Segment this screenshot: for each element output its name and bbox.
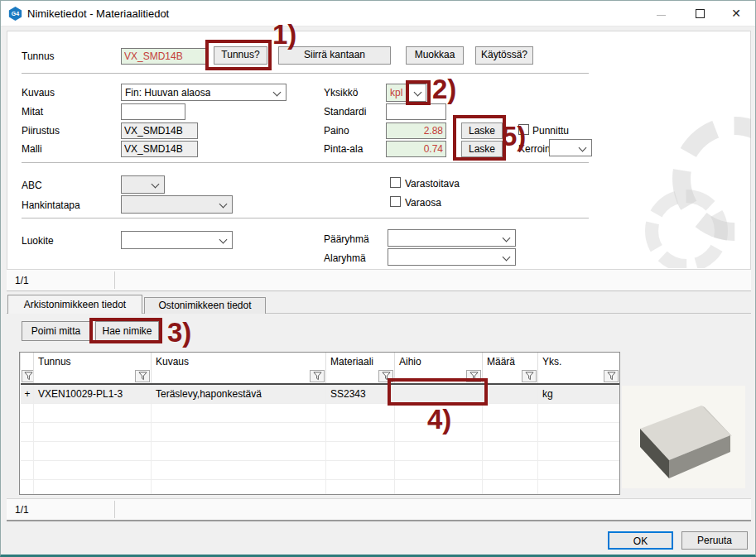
row-tunnus-cell[interactable]: VXEN10029-PL1-3 xyxy=(34,384,152,403)
table-pager: 1/1 xyxy=(15,504,29,516)
material-table: Tunnus Kuvaus Materiaali Aihio Määrä Yks… xyxy=(19,352,620,495)
pinta-ala-label: Pinta-ala xyxy=(324,143,363,155)
annotation-label-3: 3) xyxy=(167,317,191,348)
siirra-kantaan-button[interactable]: Siirrä kantaan xyxy=(278,46,391,65)
row-maara-cell[interactable] xyxy=(483,384,538,403)
tab-arkistonimikkeen-tiedot[interactable]: Arkistonimikkeen tiedot xyxy=(7,295,142,314)
column-header-materiaali[interactable]: Materiaali xyxy=(326,353,395,370)
close-icon: ✕ xyxy=(731,7,741,20)
row-aihio-cell[interactable] xyxy=(395,384,483,403)
varaosa-label: Varaosa xyxy=(405,197,441,209)
muokkaa-button[interactable]: Muokkaa xyxy=(406,46,464,65)
filter-icon[interactable] xyxy=(310,370,325,382)
tab-ostonimikkeen-tiedot[interactable]: Ostonimikkeen tiedot xyxy=(144,297,266,314)
punnittu-label: Punnittu xyxy=(532,125,569,137)
kuvaus-select[interactable]: Fin: Huuvan alaosa xyxy=(121,84,287,101)
column-header-aihio[interactable]: Aihio xyxy=(395,353,483,370)
poimi-mitta-button[interactable]: Poimi mitta xyxy=(22,321,90,341)
table-empty-row xyxy=(21,460,620,479)
kuvaus-label: Kuvaus xyxy=(22,87,55,98)
table-empty-row xyxy=(21,441,620,460)
column-header-plus xyxy=(21,353,34,370)
metal-block-image xyxy=(622,386,745,488)
g4-app-icon: G4 xyxy=(8,7,22,21)
separator-line xyxy=(22,162,589,163)
alaryhma-select[interactable] xyxy=(388,248,516,266)
paino-input[interactable] xyxy=(386,122,446,139)
yksikko-label: Yksikkö xyxy=(324,87,358,98)
column-header-maara[interactable]: Määrä xyxy=(483,353,538,370)
chevron-down-icon xyxy=(503,253,511,262)
filter-icon[interactable] xyxy=(466,370,481,382)
row-kuvaus-cell[interactable]: Teräslevy,haponkestävä xyxy=(152,384,326,403)
chevron-down-icon xyxy=(414,89,422,97)
table-header-row: Tunnus Kuvaus Materiaali Aihio Määrä Yks… xyxy=(21,353,620,370)
piirustus-input[interactable] xyxy=(121,122,198,139)
table-empty-row xyxy=(21,479,620,495)
paaryhma-select[interactable] xyxy=(388,229,516,247)
hankintatapa-label: Hankintatapa xyxy=(22,199,80,211)
yksikko-selected-value: kpl xyxy=(390,87,402,98)
column-header-tunnus[interactable]: Tunnus xyxy=(34,353,152,370)
laske-paino-button[interactable]: Laske xyxy=(461,122,503,139)
paino-label: Paino xyxy=(324,125,349,137)
luokite-label: Luokite xyxy=(22,235,54,247)
chevron-down-icon xyxy=(503,234,511,242)
abc-label: ABC xyxy=(22,180,42,191)
status-divider xyxy=(114,501,115,518)
maximize-button[interactable] xyxy=(681,1,718,26)
malli-input[interactable] xyxy=(121,141,198,157)
separator-line xyxy=(22,73,589,74)
hae-nimike-button[interactable]: Hae nimike xyxy=(95,321,159,341)
kaytossa-button[interactable]: Käytössä? xyxy=(475,46,533,65)
material-form-panel xyxy=(7,31,751,269)
filter-icon[interactable] xyxy=(522,370,537,382)
close-button[interactable]: ✕ xyxy=(718,1,754,26)
filter-icon[interactable] xyxy=(135,370,150,382)
punnittu-checkbox[interactable] xyxy=(518,124,529,135)
chevron-down-icon xyxy=(219,200,228,209)
filter-icon[interactable] xyxy=(378,370,393,382)
row-materiaali-cell[interactable]: SS2343 xyxy=(326,384,395,403)
filter-icon[interactable] xyxy=(604,370,619,382)
varaosa-checkbox[interactable] xyxy=(390,196,401,207)
malli-label: Malli xyxy=(22,143,42,155)
peruuta-button[interactable]: Peruuta xyxy=(681,531,748,550)
mitat-input[interactable] xyxy=(121,103,185,120)
chevron-down-icon xyxy=(219,236,228,244)
abc-select[interactable] xyxy=(121,175,165,194)
maximize-icon xyxy=(696,9,705,18)
paaryhma-label: Pääryhmä xyxy=(324,233,369,245)
mitat-label: Mitat xyxy=(22,106,43,118)
standardi-input[interactable] xyxy=(386,103,446,120)
minimize-icon xyxy=(657,15,666,16)
column-header-yks[interactable]: Yks. xyxy=(538,353,620,370)
ok-button[interactable]: OK xyxy=(608,531,673,550)
hankintatapa-select[interactable] xyxy=(121,195,233,214)
window-title: Nimiketiedot - Materiaalitiedot xyxy=(27,7,169,20)
luokite-select[interactable] xyxy=(121,231,233,249)
form-status-bar: 1/1 xyxy=(7,269,751,291)
yksikko-select[interactable]: kpl xyxy=(386,84,408,102)
chevron-down-icon xyxy=(152,180,160,189)
minimize-button[interactable] xyxy=(643,1,679,26)
tunnus-question-button[interactable]: Tunnus? xyxy=(214,46,267,65)
standardi-label: Standardi xyxy=(324,106,366,118)
laske-pinta-ala-button[interactable]: Laske xyxy=(461,141,503,157)
table-row[interactable]: + VXEN10029-PL1-3 Teräslevy,haponkestävä… xyxy=(21,384,620,403)
varastoitava-label: Varastoitava xyxy=(405,178,460,190)
tunnus-input[interactable] xyxy=(121,48,208,65)
row-expand-cell[interactable]: + xyxy=(21,384,34,403)
kerroin-select[interactable] xyxy=(549,139,592,156)
filter-icon[interactable] xyxy=(22,370,34,382)
dialog-window: G4 Nimiketiedot - Materiaalitiedot ✕ Tun… xyxy=(0,0,756,557)
alaryhma-label: Alaryhmä xyxy=(324,252,366,264)
varastoitava-checkbox[interactable] xyxy=(390,177,401,188)
row-yks-cell[interactable]: kg xyxy=(538,384,620,403)
yksikko-dropdown-button[interactable] xyxy=(408,84,426,102)
pinta-ala-input[interactable] xyxy=(386,141,446,157)
column-header-kuvaus[interactable]: Kuvaus xyxy=(152,353,326,370)
kuvaus-selected-value: Fin: Huuvan alaosa xyxy=(125,87,210,98)
table-empty-row xyxy=(21,422,620,441)
form-pager: 1/1 xyxy=(15,275,29,286)
